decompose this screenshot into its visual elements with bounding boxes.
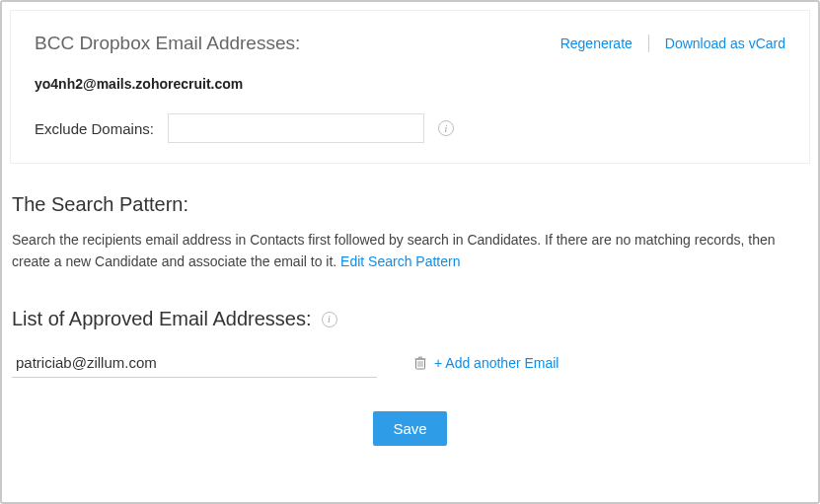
regenerate-link[interactable]: Regenerate <box>560 36 633 51</box>
edit-search-pattern-link[interactable]: Edit Search Pattern <box>340 253 460 269</box>
approved-email-input[interactable] <box>12 348 377 378</box>
save-button[interactable]: Save <box>373 411 446 446</box>
search-pattern-title: The Search Pattern: <box>12 193 808 216</box>
approved-emails-title: List of Approved Email Addresses: <box>12 308 312 330</box>
exclude-domains-input[interactable] <box>168 113 424 143</box>
approved-email-row: + Add another Email <box>12 348 808 378</box>
bcc-actions: Regenerate Download as vCard <box>560 35 785 52</box>
bcc-title: BCC Dropbox Email Addresses: <box>35 33 300 54</box>
bcc-email-address: yo4nh2@mails.zohorecruit.com <box>35 76 785 92</box>
bcc-dropbox-panel: BCC Dropbox Email Addresses: Regenerate … <box>10 10 810 164</box>
approved-email-actions: + Add another Email <box>414 355 559 371</box>
save-row: Save <box>10 411 810 446</box>
exclude-domains-label: Exclude Domains: <box>35 120 154 137</box>
approved-emails-title-row: List of Approved Email Addresses: i <box>12 308 808 330</box>
search-pattern-section: The Search Pattern: Search the recipient… <box>10 193 810 272</box>
search-pattern-description: Search the recipients email address in C… <box>12 230 808 272</box>
bcc-header: BCC Dropbox Email Addresses: Regenerate … <box>35 33 785 54</box>
info-icon[interactable]: i <box>322 312 337 327</box>
trash-icon[interactable] <box>414 356 426 370</box>
action-divider <box>648 35 649 52</box>
info-icon[interactable]: i <box>438 120 454 136</box>
download-vcard-link[interactable]: Download as vCard <box>665 36 785 51</box>
exclude-domains-row: Exclude Domains: i <box>35 113 785 143</box>
approved-emails-section: List of Approved Email Addresses: i + Ad… <box>10 308 810 378</box>
add-another-email-link[interactable]: + Add another Email <box>434 355 559 371</box>
